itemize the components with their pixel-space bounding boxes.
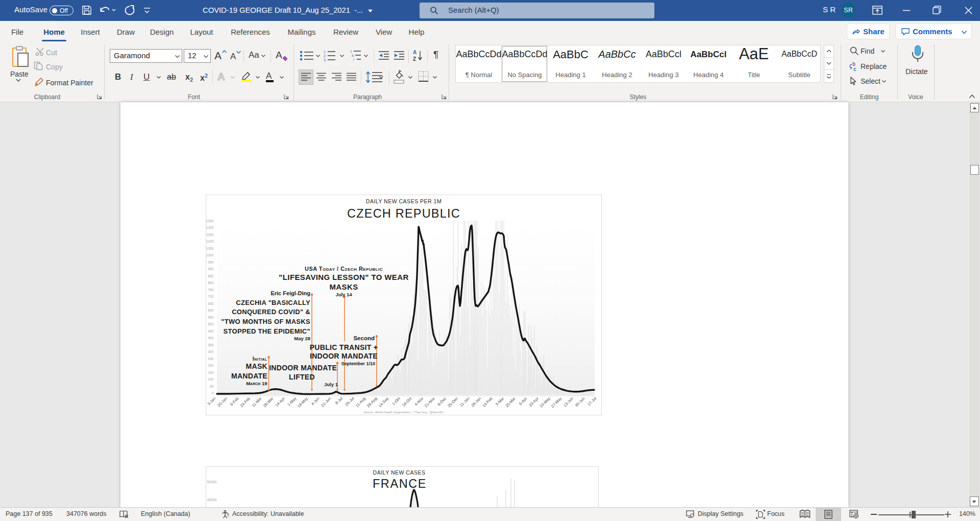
svg-text:1000: 1000: [206, 253, 213, 257]
svg-text:3: 3: [324, 58, 326, 62]
svg-text:1200: 1200: [206, 226, 213, 229]
svg-text:Second: Second: [353, 335, 375, 341]
svg-text:0: 0: [212, 391, 214, 395]
svg-text:150: 150: [208, 371, 214, 374]
svg-text:500: 500: [208, 322, 214, 326]
svg-text:450: 450: [208, 329, 214, 333]
svg-text:1050: 1050: [206, 247, 213, 250]
svg-text:MASK: MASK: [246, 362, 267, 370]
svg-text:MANDATE: MANDATE: [231, 372, 267, 380]
svg-text:550: 550: [208, 316, 214, 319]
svg-text:INDOOR MANDATE: INDOOR MANDATE: [310, 352, 378, 360]
svg-text:350: 350: [208, 343, 214, 347]
svg-text:A: A: [413, 50, 416, 55]
svg-text:Eric Feigl-Ding: Eric Feigl-Ding: [271, 290, 310, 296]
svg-text:600: 600: [208, 309, 214, 312]
svg-text:950: 950: [208, 260, 214, 264]
svg-text:LIFTED: LIFTED: [289, 373, 315, 381]
svg-text:CZECH REPUBLIC: CZECH REPUBLIC: [347, 207, 460, 220]
svg-text:FRANCE: FRANCE: [373, 477, 427, 490]
svg-text:CZECHIA "BASICALLY: CZECHIA "BASICALLY: [236, 299, 310, 306]
svg-text:?: ?: [227, 513, 229, 518]
svg-text:1250: 1250: [206, 219, 213, 223]
svg-text:a: a: [352, 54, 354, 57]
svg-text:Source: World Health Organizat: Source: World Health Organization - 7 Da…: [364, 411, 444, 414]
svg-text:1: 1: [350, 50, 352, 53]
svg-text:DAILY NEW CASES: DAILY NEW CASES: [373, 469, 426, 476]
svg-text:900: 900: [208, 267, 214, 271]
svg-text:300: 300: [208, 350, 214, 353]
svg-text:March 19: March 19: [246, 381, 267, 386]
svg-text:Initial: Initial: [253, 356, 267, 362]
svg-text:"LIFESAVING LESSON" TO WEAR: "LIFESAVING LESSON" TO WEAR: [279, 273, 408, 281]
svg-text:700: 700: [208, 295, 214, 298]
svg-text:200: 200: [208, 364, 214, 367]
svg-text:c: c: [853, 66, 856, 72]
svg-text:CONQUERED COVID" &: CONQUERED COVID" &: [232, 308, 310, 316]
svg-text:1150: 1150: [206, 233, 214, 236]
svg-text:USA Today / Czech Republic: USA Today / Czech Republic: [305, 266, 383, 272]
svg-text:STOPPED THE EPIDEMIC": STOPPED THE EPIDEMIC": [224, 327, 310, 335]
svg-text:45000: 45000: [207, 498, 217, 502]
svg-text:Z: Z: [413, 56, 416, 62]
svg-text:1: 1: [324, 50, 326, 54]
svg-text:DAILY NEW CASES PER 1M: DAILY NEW CASES PER 1M: [366, 198, 442, 204]
svg-text:750: 750: [208, 288, 214, 292]
svg-text:September 1/10: September 1/10: [341, 361, 375, 366]
svg-text:400: 400: [208, 336, 214, 340]
svg-text:1100: 1100: [206, 240, 214, 243]
svg-text:50: 50: [210, 385, 214, 388]
svg-text:PUBLIC TRANSIT +: PUBLIC TRANSIT +: [310, 343, 378, 351]
svg-text:MASKS: MASKS: [329, 282, 358, 291]
svg-text:850: 850: [208, 274, 214, 278]
svg-text:July 14: July 14: [335, 292, 352, 297]
svg-text:"TWO MONTHS OF MASKS: "TWO MONTHS OF MASKS: [221, 318, 310, 325]
svg-text:800: 800: [208, 281, 214, 285]
svg-text:2: 2: [324, 54, 326, 58]
svg-text:100: 100: [208, 377, 214, 381]
svg-text:INDOOR MANDATE: INDOOR MANDATE: [269, 364, 337, 372]
svg-text:250: 250: [208, 357, 214, 361]
svg-text:July 1: July 1: [324, 382, 338, 387]
svg-text:50000: 50000: [207, 480, 217, 484]
svg-text:i: i: [353, 58, 354, 61]
svg-text:650: 650: [208, 302, 214, 305]
svg-text:May 28: May 28: [294, 336, 310, 341]
